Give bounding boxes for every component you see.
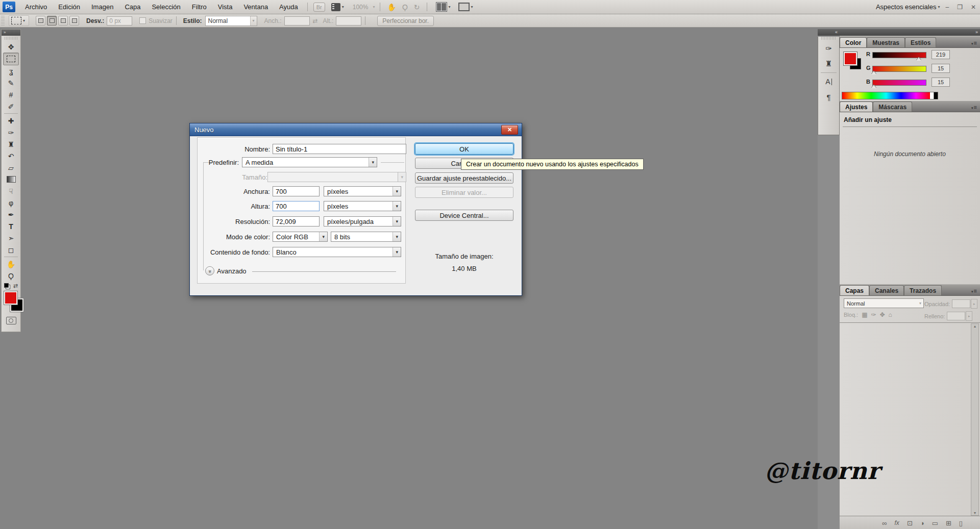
tab-capas[interactable]: Capas [840,285,869,295]
collapse-tools-bar[interactable]: » [2,30,20,36]
rectangular-marquee-tool[interactable] [3,53,19,65]
ok-button[interactable]: OK [415,143,513,155]
view-extras-icon[interactable] [331,3,340,11]
eyedropper-tool[interactable]: ✐ [2,100,20,112]
history-brush-tool[interactable]: ↶ [2,150,20,162]
selection-new-button[interactable] [36,16,45,26]
gradient-tool[interactable] [2,173,20,185]
tab-estilos[interactable]: Estilos [905,37,936,47]
link-layers-icon[interactable]: ∞ [882,519,887,527]
expand-dock-bar[interactable]: « [818,29,840,36]
panel-menu-icon[interactable]: ▾≡ [968,288,980,295]
green-slider-knob[interactable] [871,71,876,74]
fill-arrow-icon[interactable]: ▸ [966,311,972,321]
foreground-color-swatch[interactable] [844,52,857,65]
green-slider[interactable] [872,66,926,72]
layer-style-fx-icon[interactable]: fx [895,519,899,526]
menu-edicion[interactable]: Edición [53,0,86,14]
selection-add-button[interactable] [47,16,57,26]
foreground-color-swatch[interactable] [4,291,17,305]
move-tool[interactable]: ✥ [2,41,20,53]
panel-menu-icon[interactable]: ▾≡ [968,104,980,112]
photoshop-logo-icon[interactable]: Ps [3,2,15,12]
opacity-arrow-icon[interactable]: ▸ [971,299,977,309]
white-ramp-swatch[interactable] [930,92,934,99]
opacity-field[interactable] [952,299,970,308]
style-select[interactable]: Normal [205,16,257,26]
layers-list[interactable]: ▴ ▾ [840,323,980,516]
menu-capa[interactable]: Capa [119,0,146,14]
preset-select[interactable]: A medida [242,157,377,167]
advanced-toggle-button[interactable]: » [205,266,214,275]
bridge-button[interactable]: Br [313,3,325,12]
eraser-tool[interactable]: ▱ [2,162,20,173]
menu-ventana[interactable]: Ventana [238,0,274,14]
blue-slider[interactable] [872,80,926,86]
hand-tool[interactable]: ✋ [2,258,20,270]
new-layer-icon[interactable]: ⊞ [946,519,951,527]
dodge-tool[interactable]: φ [2,197,20,209]
color-ramp[interactable] [842,92,930,99]
menu-seleccion[interactable]: Selección [146,0,186,14]
default-colors-icon[interactable] [4,283,10,289]
background-contents-select[interactable]: Blanco [273,247,401,257]
tab-canales[interactable]: Canales [869,285,904,295]
brushes-panel-icon[interactable]: ✑ [818,41,839,56]
chevron-down-icon[interactable]: ▾ [342,5,344,9]
workspace-switcher[interactable]: Aspectos esenciales [876,3,937,11]
tab-color[interactable]: Color [840,37,867,47]
device-central-button[interactable]: Device Central... [415,210,513,221]
clone-stamp-tool[interactable]: ♜ [2,138,20,150]
tab-trazados[interactable]: Trazados [904,285,942,295]
green-value[interactable]: 15 [932,64,950,73]
lock-all-icon[interactable]: ⌂ [889,311,892,318]
height-input[interactable] [273,201,320,211]
quick-mask-button[interactable] [6,317,16,324]
shape-tool[interactable]: ◻ [2,244,20,256]
antialias-checkbox[interactable] [139,17,146,24]
width-input[interactable] [273,186,320,196]
bit-depth-select[interactable]: 8 bits [331,232,401,242]
character-panel-icon[interactable]: A [818,74,839,89]
close-button[interactable]: ✕ [971,4,976,11]
delete-layer-icon[interactable]: ▯ [959,519,963,527]
tab-muestras[interactable]: Muestras [867,37,905,47]
clone-source-panel-icon[interactable]: ♜ [818,56,839,71]
type-tool[interactable]: T [2,220,20,232]
pen-tool[interactable]: ✒ [2,209,20,220]
resolution-input[interactable] [273,216,320,226]
brush-tool[interactable]: ✑ [2,127,20,138]
screen-mode-icon[interactable] [458,3,470,11]
red-slider-knob[interactable] [916,57,921,61]
color-mode-select[interactable]: Color RGB [273,232,328,242]
black-ramp-swatch[interactable] [934,92,938,99]
grip-handle[interactable] [821,37,836,40]
crop-tool[interactable]: # [2,89,20,100]
lock-transparency-icon[interactable]: ▦ [862,311,867,318]
tab-ajustes[interactable]: Ajustes [840,102,873,112]
layer-group-icon[interactable]: ▭ [932,519,938,527]
chevron-down-icon[interactable]: ▾ [471,5,473,9]
spot-healing-brush-tool[interactable]: ✚ [2,115,20,127]
grip-handle[interactable] [1,16,5,26]
height-unit-select[interactable]: píxeles [324,201,401,211]
dialog-close-button[interactable]: ✕ [501,125,518,135]
layers-scrollbar[interactable]: ▴ ▾ [971,323,979,516]
menu-filtro[interactable]: Filtro [186,0,212,14]
resolution-unit-select[interactable]: píxeles/pulgada [324,216,401,226]
blue-value[interactable]: 15 [932,78,950,87]
height-input[interactable] [336,16,361,26]
path-selection-tool[interactable]: ➣ [2,232,20,244]
menu-ayuda[interactable]: Ayuda [274,0,304,14]
save-preset-button[interactable]: Guardar ajuste preestablecido... [415,172,513,184]
blend-mode-select[interactable]: Normal [844,298,924,308]
menu-vista[interactable]: Vista [212,0,238,14]
menu-archivo[interactable]: Archivo [19,0,53,14]
chevron-down-icon[interactable]: ▾ [449,5,451,9]
zoom-level[interactable]: 100% [353,4,369,11]
dialog-titlebar[interactable]: Nuevo [190,123,522,136]
smudge-tool[interactable]: ☟ [2,185,20,197]
name-input[interactable] [273,144,406,154]
fill-field[interactable] [947,312,965,320]
selection-intersect-button[interactable] [69,16,79,26]
